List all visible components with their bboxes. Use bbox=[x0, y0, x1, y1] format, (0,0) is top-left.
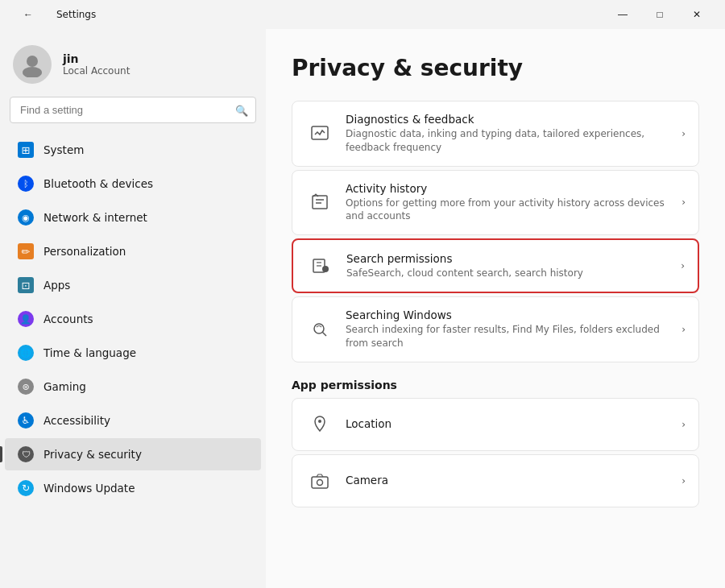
accessibility-icon: ♿ bbox=[18, 412, 34, 429]
sidebar-item-label: Privacy & security bbox=[44, 448, 142, 461]
close-button[interactable]: ✕ bbox=[678, 0, 715, 29]
chevron-icon: › bbox=[682, 324, 686, 335]
svg-point-10 bbox=[314, 324, 324, 333]
svg-point-7 bbox=[322, 266, 329, 272]
sidebar-item-label: Bluetooth & devices bbox=[44, 177, 153, 190]
user-account-type: Local Account bbox=[63, 65, 130, 77]
camera-text: Camera bbox=[346, 474, 670, 488]
searching-windows-text: Searching Windows Search indexing for fa… bbox=[346, 308, 670, 350]
sidebar-item-label: System bbox=[44, 143, 84, 156]
gaming-icon: ⊛ bbox=[18, 379, 34, 395]
camera-icon bbox=[305, 466, 334, 495]
diagnostics-icon bbox=[305, 119, 334, 148]
search-icon: 🔍 bbox=[235, 104, 248, 116]
svg-line-11 bbox=[323, 332, 327, 336]
settings-card-searching-windows[interactable]: Searching Windows Search indexing for fa… bbox=[292, 296, 699, 362]
location-icon bbox=[305, 410, 334, 439]
sidebar-item-personalization[interactable]: ✏ Personalization bbox=[5, 235, 261, 267]
sidebar-item-label: Accounts bbox=[44, 313, 93, 325]
settings-card-diagnostics[interactable]: Diagnostics & feedback Diagnostic data, … bbox=[292, 101, 699, 167]
svg-point-1 bbox=[23, 67, 42, 77]
camera-title: Camera bbox=[346, 474, 670, 487]
sidebar-item-update[interactable]: ↻ Windows Update bbox=[5, 472, 261, 504]
sidebar-item-accessibility[interactable]: ♿ Accessibility bbox=[5, 404, 261, 437]
user-info: jin Local Account bbox=[63, 52, 130, 77]
chevron-icon: › bbox=[682, 197, 686, 208]
privacy-icon: 🛡 bbox=[18, 446, 34, 462]
sidebar-item-label: Accessibility bbox=[44, 414, 110, 427]
personalization-icon: ✏ bbox=[18, 243, 34, 259]
svg-rect-2 bbox=[312, 126, 328, 139]
app-permissions-label: App permissions bbox=[292, 379, 699, 391]
activity-desc: Options for getting more from your activ… bbox=[346, 197, 670, 224]
sidebar-item-bluetooth[interactable]: ᛒ Bluetooth & devices bbox=[5, 168, 261, 200]
title-bar: ← Settings — □ ✕ bbox=[0, 0, 725, 29]
sidebar-item-label: Network & internet bbox=[44, 211, 147, 224]
system-icon: ⊞ bbox=[18, 142, 34, 158]
sidebar-item-label: Gaming bbox=[44, 380, 86, 393]
update-icon: ↻ bbox=[18, 480, 34, 496]
maximize-button[interactable]: □ bbox=[641, 0, 678, 29]
activity-icon bbox=[305, 188, 334, 217]
sidebar-item-network[interactable]: ◉ Network & internet bbox=[5, 201, 261, 234]
chevron-icon: › bbox=[682, 419, 686, 430]
app-body: jin Local Account 🔍 ⊞ System ᛒ Bluetooth… bbox=[0, 29, 725, 588]
sidebar-item-time[interactable]: 🌐 Time & language bbox=[5, 337, 261, 369]
search-permissions-title: Search permissions bbox=[346, 252, 669, 265]
bluetooth-icon: ᛒ bbox=[18, 176, 34, 192]
time-icon: 🌐 bbox=[18, 345, 34, 361]
searching-windows-desc: Search indexing for faster results, Find… bbox=[346, 323, 670, 350]
activity-text: Activity history Options for getting mor… bbox=[346, 182, 670, 224]
sidebar-item-label: Windows Update bbox=[44, 482, 135, 495]
searching-windows-icon bbox=[305, 315, 334, 344]
sidebar-item-label: Apps bbox=[44, 279, 70, 292]
location-text: Location bbox=[346, 417, 670, 432]
main-content: Privacy & security Diagnostics & feedbac… bbox=[266, 29, 725, 588]
diagnostics-title: Diagnostics & feedback bbox=[346, 113, 670, 126]
searching-windows-title: Searching Windows bbox=[346, 308, 670, 321]
sidebar-item-privacy[interactable]: 🛡 Privacy & security bbox=[5, 438, 261, 470]
chevron-icon: › bbox=[682, 475, 686, 487]
sidebar-item-apps[interactable]: ⊡ Apps bbox=[5, 269, 261, 301]
svg-point-12 bbox=[318, 420, 321, 423]
search-box: 🔍 bbox=[10, 97, 256, 123]
sidebar: jin Local Account 🔍 ⊞ System ᛒ Bluetooth… bbox=[0, 29, 266, 588]
page-title: Privacy & security bbox=[292, 55, 699, 81]
user-avatar-icon bbox=[19, 52, 45, 77]
location-title: Location bbox=[346, 417, 670, 430]
svg-point-14 bbox=[317, 479, 323, 485]
svg-rect-3 bbox=[313, 196, 327, 209]
avatar bbox=[13, 45, 52, 84]
sidebar-item-accounts[interactable]: 👤 Accounts bbox=[5, 303, 261, 335]
search-input[interactable] bbox=[10, 97, 256, 123]
accounts-icon: 👤 bbox=[18, 311, 34, 327]
settings-card-activity[interactable]: Activity history Options for getting mor… bbox=[292, 170, 699, 236]
sidebar-item-label: Personalization bbox=[44, 245, 126, 258]
user-name: jin bbox=[63, 52, 130, 65]
search-permissions-icon bbox=[306, 251, 335, 280]
search-permissions-text: Search permissions SafeSearch, cloud con… bbox=[346, 252, 669, 280]
activity-title: Activity history bbox=[346, 182, 670, 195]
settings-card-search-permissions[interactable]: Search permissions SafeSearch, cloud con… bbox=[292, 238, 699, 293]
sidebar-item-system[interactable]: ⊞ System bbox=[5, 134, 261, 166]
chevron-icon: › bbox=[682, 128, 686, 139]
search-permissions-desc: SafeSearch, cloud content search, search… bbox=[346, 267, 669, 280]
back-button[interactable]: ← bbox=[10, 0, 47, 29]
settings-card-location[interactable]: Location › bbox=[292, 398, 699, 451]
chevron-icon: › bbox=[681, 260, 685, 271]
svg-point-0 bbox=[27, 56, 38, 67]
diagnostics-text: Diagnostics & feedback Diagnostic data, … bbox=[346, 113, 670, 155]
sidebar-item-label: Time & language bbox=[44, 346, 136, 359]
sidebar-item-gaming[interactable]: ⊛ Gaming bbox=[5, 371, 261, 403]
settings-card-camera[interactable]: Camera › bbox=[292, 454, 699, 507]
user-section: jin Local Account bbox=[0, 29, 266, 97]
network-icon: ◉ bbox=[18, 209, 34, 226]
window-controls: — □ ✕ bbox=[604, 0, 715, 29]
apps-icon: ⊡ bbox=[18, 277, 34, 293]
svg-rect-13 bbox=[312, 477, 328, 488]
minimize-button[interactable]: — bbox=[604, 0, 641, 29]
app-title: Settings bbox=[56, 9, 96, 20]
diagnostics-desc: Diagnostic data, inking and typing data,… bbox=[346, 127, 670, 155]
